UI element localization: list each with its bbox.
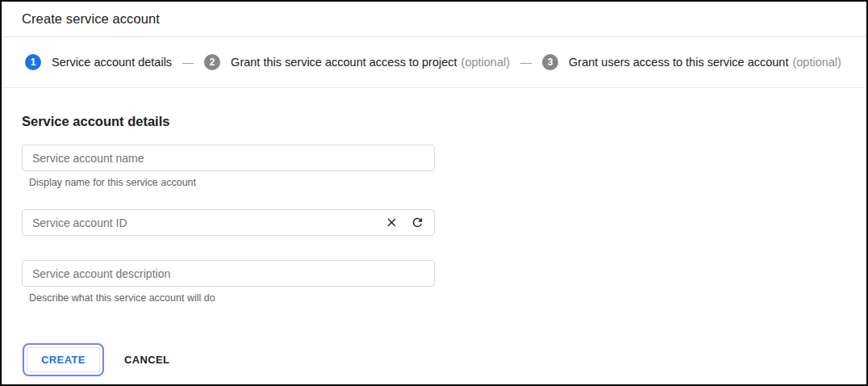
step-grant-project-access[interactable]: 2 Grant this service account access to p…	[204, 54, 510, 70]
step-3-circle: 3	[542, 54, 558, 70]
step-separator: —	[182, 56, 194, 69]
service-account-description-input[interactable]	[22, 260, 435, 287]
step-grant-user-access[interactable]: 3 Grant users access to this service acc…	[542, 54, 841, 70]
service-account-name-field-group: Display name for this service account	[22, 145, 846, 188]
service-account-name-input[interactable]	[22, 145, 435, 171]
service-account-description-helper: Describe what this service account will …	[29, 292, 846, 304]
step-3-label: Grant users access to this service accou…	[569, 56, 788, 69]
section-title: Service account details	[22, 114, 846, 129]
refresh-icon	[411, 216, 424, 229]
step-service-account-details[interactable]: 1 Service account details	[25, 54, 172, 70]
regenerate-id-button[interactable]	[410, 216, 424, 230]
service-account-details-form: Service account details Display name for…	[2, 88, 866, 372]
dialog-header: Create service account	[2, 2, 866, 37]
dialog-actions: CREATE CANCEL	[23, 347, 846, 372]
service-account-id-field-group	[22, 209, 846, 236]
stepper: 1 Service account details — 2 Grant this…	[2, 37, 866, 88]
cancel-button[interactable]: CANCEL	[116, 348, 178, 371]
create-service-account-dialog: Create service account 1 Service account…	[0, 0, 868, 386]
step-2-label: Grant this service account access to pro…	[231, 56, 457, 69]
step-3-optional-tag: (optional)	[792, 56, 841, 69]
service-account-id-field	[22, 209, 435, 236]
service-account-description-field-group: Describe what this service account will …	[22, 260, 846, 304]
step-2-optional-tag: (optional)	[461, 56, 510, 69]
step-1-circle: 1	[25, 54, 41, 70]
service-account-name-helper: Display name for this service account	[29, 177, 846, 188]
step-separator: —	[520, 56, 532, 69]
service-account-id-input[interactable]	[32, 210, 384, 235]
dialog-title: Create service account	[22, 11, 160, 27]
clear-id-button[interactable]	[384, 216, 399, 230]
step-2-circle: 2	[204, 54, 220, 70]
create-button[interactable]: CREATE	[27, 347, 100, 372]
step-1-label: Service account details	[52, 56, 172, 69]
close-icon	[385, 216, 399, 229]
